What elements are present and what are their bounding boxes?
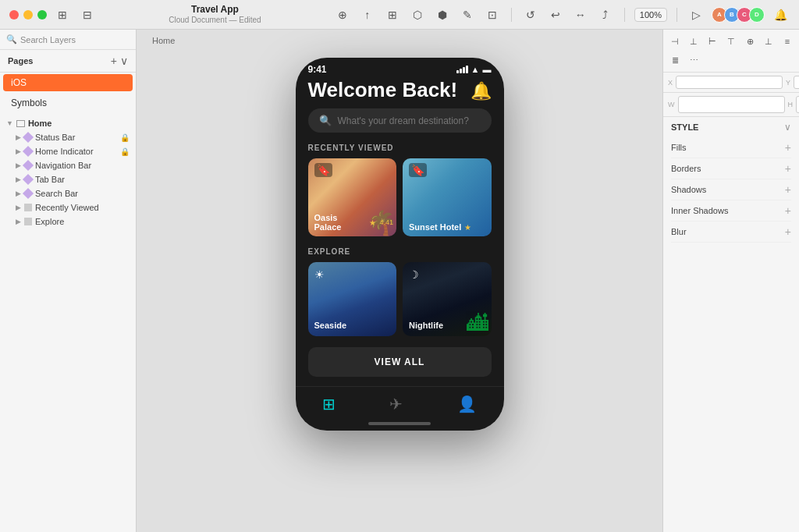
add-blur-button[interactable]: +: [785, 225, 791, 238]
bar4: [466, 66, 468, 73]
search-layers-label: Search Layers: [20, 35, 76, 44]
bar2: [460, 69, 462, 73]
layer-label: Explore: [35, 217, 130, 226]
sun-icon: ☀: [314, 268, 325, 281]
add-fill-button[interactable]: +: [785, 141, 791, 154]
explore-card-nightlife[interactable]: ☽ 🏙 Nightlife: [403, 262, 492, 336]
crop-icon[interactable]: ⊡: [483, 5, 502, 24]
share-icon[interactable]: ⤴: [596, 5, 615, 24]
layer-group-home[interactable]: ▼ Home: [0, 116, 136, 130]
flights-tab-icon: ✈: [389, 395, 403, 413]
coord-row-xy: X Y: [663, 73, 799, 93]
layer-grid-icon: [24, 204, 32, 211]
welcome-title: Welcome Back!: [308, 78, 458, 102]
add-page-button[interactable]: +: [111, 55, 117, 67]
card-oasis-label-row: Oasis Palace ★ 4.41: [314, 213, 394, 232]
right-panel-toolbar: ⊣ ⊥ ⊢ ⊤ ⊕ ⊥ ≡ ≣ ⋯: [663, 30, 799, 73]
avatar-4: D: [749, 7, 765, 23]
distribute-h-icon[interactable]: ≡: [779, 33, 796, 50]
search-icon: 🔍: [319, 115, 332, 126]
right-panel: ⊣ ⊥ ⊢ ⊤ ⊕ ⊥ ≡ ≣ ⋯ X Y W H ⊕ STYLE ∨: [662, 30, 799, 532]
layer-label: Navigation Bar: [35, 161, 130, 170]
layer-navigation-bar[interactable]: ▶ Navigation Bar: [0, 158, 136, 172]
style-row-blur: Blur +: [671, 222, 791, 243]
phone-mockup: 9:41 ▲ ▬ Welcome Back! 🔔: [296, 58, 504, 431]
style-row-fills: Fills +: [671, 137, 791, 158]
frame-icon[interactable]: ⬡: [408, 5, 427, 24]
layer-chevron: ▶: [16, 133, 21, 141]
page-symbols[interactable]: Symbols: [3, 94, 133, 112]
duplicate-icon[interactable]: ↺: [521, 5, 540, 24]
w-field[interactable]: [678, 96, 785, 113]
mirror-icon[interactable]: ↔: [571, 5, 590, 24]
layer-home-indicator[interactable]: ▶ Home Indicator 🔒: [0, 144, 136, 158]
distribute-v-icon[interactable]: ≣: [666, 51, 684, 69]
maximize-button[interactable]: [37, 10, 47, 20]
recently-viewed-cards: 🌴 🔖 Oasis Palace ★ 4.41 🔖 Sunset Hotel ★: [308, 158, 492, 236]
x-field[interactable]: [676, 76, 783, 89]
breadcrumb: Home: [152, 36, 175, 45]
profile-tab-icon: 👤: [457, 395, 477, 413]
view-all-button[interactable]: VIEW ALL: [308, 347, 492, 377]
add-inner-shadow-button[interactable]: +: [785, 204, 791, 217]
h-field[interactable]: [796, 96, 799, 113]
tab-flights[interactable]: ✈: [389, 395, 403, 413]
upload-icon[interactable]: ↑: [358, 5, 377, 24]
more-icon[interactable]: ⋯: [685, 51, 702, 69]
search-bar[interactable]: 🔍 What's your dream destination?: [308, 108, 492, 133]
layer-recently-viewed[interactable]: ▶ Recently Viewed: [0, 200, 136, 215]
component-icon[interactable]: ⬢: [433, 5, 452, 24]
align-center-v-icon[interactable]: ⊕: [741, 33, 758, 50]
inner-shadows-label: Inner Shadows: [671, 206, 728, 215]
zoom-control[interactable]: 100%: [634, 8, 667, 22]
bar1: [456, 70, 459, 73]
card-oasis[interactable]: 🌴 🔖 Oasis Palace ★ 4.41: [308, 158, 397, 236]
left-sidebar: 🔍 Search Layers Pages + ∨ iOS Symbols ▼ …: [0, 30, 137, 532]
layer-label: Tab Bar: [35, 175, 130, 184]
add-border-button[interactable]: +: [785, 162, 791, 175]
play-icon[interactable]: ▷: [687, 5, 705, 24]
layers-icon[interactable]: ⊞: [53, 5, 72, 24]
tab-profile[interactable]: 👤: [457, 395, 477, 413]
minimize-button[interactable]: [23, 10, 33, 20]
pages-label: Pages: [8, 56, 33, 66]
layer-tab-bar[interactable]: ▶ Tab Bar: [0, 172, 136, 186]
layer-status-bar[interactable]: ▶ Status Bar 🔒: [0, 130, 136, 144]
wifi-icon: ▲: [471, 65, 480, 74]
align-bottom-icon[interactable]: ⊥: [760, 33, 777, 50]
layer-diamond-icon: [23, 160, 34, 171]
style-row-shadows: Shadows +: [671, 179, 791, 200]
align-left-icon[interactable]: ⊣: [666, 33, 684, 50]
notifications-icon[interactable]: 🔔: [771, 5, 790, 24]
link-icon[interactable]: ↩: [546, 5, 565, 24]
layer-chevron: ▶: [16, 161, 21, 169]
recently-viewed-label: RECENTLY VIEWED: [308, 144, 492, 152]
pen-icon[interactable]: ✎: [458, 5, 477, 24]
layer-label: Status Bar: [35, 133, 117, 142]
y-field[interactable]: [794, 76, 799, 89]
layer-search-bar[interactable]: ▶ Search Bar: [0, 186, 136, 200]
table-icon[interactable]: ⊞: [383, 5, 402, 24]
tab-bar: ⊞ ✈ 👤: [296, 386, 504, 417]
toolbar-icons: ⊕ ↑ ⊞ ⬡ ⬢ ✎ ⊡ ↺ ↩ ↔ ⤴ 100% ▷ A B C D 🔔: [333, 5, 790, 24]
search-layers-bar[interactable]: 🔍 Search Layers: [0, 30, 136, 50]
align-top-icon[interactable]: ⊤: [723, 33, 740, 50]
align-right-icon[interactable]: ⊢: [704, 33, 721, 50]
grid-icon[interactable]: ⊟: [78, 5, 97, 24]
layer-explore[interactable]: ▶ Explore: [0, 215, 136, 229]
add-shadow-button[interactable]: +: [785, 183, 791, 196]
card-sunset[interactable]: 🔖 Sunset Hotel ★: [403, 158, 492, 236]
close-button[interactable]: [9, 10, 19, 20]
page-ios[interactable]: iOS: [3, 74, 133, 91]
align-center-h-icon[interactable]: ⊥: [685, 33, 702, 50]
notification-bell-icon[interactable]: 🔔: [471, 81, 492, 101]
app-title: Travel App: [191, 4, 239, 15]
insert-icon[interactable]: ⊕: [333, 5, 352, 24]
expand-pages-button[interactable]: ∨: [120, 55, 128, 67]
signal-icon: [456, 66, 468, 73]
explore-card-seaside[interactable]: ☀ Seaside: [308, 262, 397, 336]
tab-home[interactable]: ⊞: [322, 395, 336, 413]
layer-label: Search Bar: [35, 189, 130, 198]
explore-label: EXPLORE: [308, 247, 492, 256]
style-toggle-icon[interactable]: ∨: [784, 122, 791, 133]
